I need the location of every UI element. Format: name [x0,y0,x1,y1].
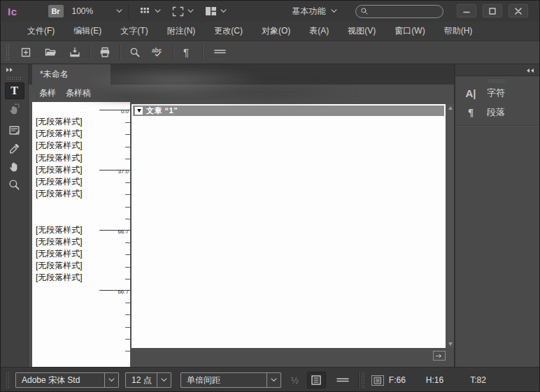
zoom-tool[interactable] [5,176,24,193]
statusbar-menu-icon [336,376,350,384]
scroll-down-icon[interactable] [448,342,453,346]
new-document-button[interactable] [19,45,33,59]
divider [202,45,203,60]
window-controls [457,4,528,17]
galley-style-row[interactable]: [无段落样式] [32,140,98,152]
galley-style-row[interactable]: [无段落样式] [32,272,98,284]
position-tool-icon [8,103,21,116]
print-button[interactable] [98,45,112,59]
menu-item[interactable]: 更改(C) [214,25,243,37]
open-button[interactable] [43,45,57,59]
tab-galley[interactable]: 条样 [39,87,56,99]
footnote-count: F:66 [389,375,406,385]
galley-style-row[interactable]: [无段落样式] [32,164,98,176]
panel-grip-handle[interactable] [488,79,506,82]
close-icon [515,8,522,15]
line-info-button[interactable] [371,375,384,386]
statusbar-grip-handle[interactable] [361,372,364,389]
arrange-documents-dropdown[interactable] [199,6,232,16]
menu-item[interactable]: 文字(T) [120,25,148,37]
menu-item[interactable]: 窗口(W) [395,25,425,37]
position-tool[interactable] [5,101,24,117]
font-family-dropdown[interactable]: Adobe 宋体 Std [15,372,119,388]
story-editor[interactable]: 文章 “1” [132,104,446,348]
eyedropper-icon [8,142,21,155]
chevron-down-icon [155,9,161,13]
hand-tool[interactable] [5,158,24,175]
galley-style-row[interactable]: [无段落样式] [32,248,98,260]
note-tool[interactable] [5,122,24,138]
menu-item[interactable]: 表(A) [309,25,329,37]
menu-item[interactable]: 文件(F) [27,25,55,37]
bridge-button[interactable]: Br [48,5,64,17]
save-button[interactable] [68,45,82,59]
collapse-panels-icon[interactable] [526,68,534,73]
toolbar-menu-button[interactable] [213,45,227,59]
hidden-characters-button[interactable]: ¶ [180,45,194,59]
panel-label: 字符 [487,87,505,99]
new-document-icon [20,46,32,59]
galley-style-row[interactable]: [无段落样式] [32,224,98,236]
expand-panel-icon[interactable] [6,67,14,73]
close-button[interactable] [509,4,528,17]
workspace-switcher-dropdown[interactable]: 基本功能 [292,6,337,17]
statusbar-menu-button[interactable] [336,376,350,384]
view-tabs: 条样 条样稿 [29,85,455,102]
galley-style-row[interactable]: [无段落样式] [32,236,98,248]
galley-style-row[interactable]: [无段落样式] [32,116,98,128]
chevron-down-icon [161,378,167,382]
panel-tab-character[interactable]: A| 字符 [455,83,539,103]
search-box[interactable] [355,5,443,18]
menu-item[interactable]: 附注(N) [167,25,196,37]
type-tool-icon: T [10,85,18,97]
menu-item[interactable]: 编辑(E) [73,25,101,37]
document-tabstrip: *未命名 [29,64,455,85]
save-icon [69,46,81,59]
menu-item[interactable]: 对象(O) [262,25,290,37]
leading-dropdown[interactable]: 单倍间距 [180,372,281,388]
frame-edges-dropdown[interactable] [166,6,199,17]
maximize-button[interactable] [483,4,502,17]
zoom-level-dropdown[interactable]: 100% [72,6,122,16]
scroll-up-icon[interactable] [448,106,453,110]
galley-style-row[interactable]: [无段落样式] [32,260,98,272]
statusbar-grip-handle[interactable] [6,372,9,389]
maximize-icon [489,8,496,15]
panel-dock-header [455,64,539,76]
tools-grip-handle[interactable] [7,76,22,80]
search-icon [360,7,369,15]
panel-tab-paragraph[interactable]: ¶ 段落 [455,103,539,122]
incopy-window: Ic Br 100% 基本功能 [0,0,540,392]
galley-style-row[interactable] [32,212,98,224]
story-collapse-button[interactable] [135,107,143,115]
leading-value: 单倍间距 [181,375,267,386]
fraction-button[interactable]: ½ [291,375,299,386]
galley-view-button[interactable] [307,372,326,389]
document-tab-label: *未命名 [40,68,69,80]
search-input[interactable] [371,7,434,15]
minimize-button[interactable] [457,4,476,17]
line-info-icon [374,377,382,384]
galley-style-row[interactable]: [无段落样式] [32,188,98,200]
menu-item[interactable]: 视图(V) [348,25,376,37]
document-tab[interactable]: *未命名 [32,64,111,85]
toolbar-grip-handle[interactable] [6,44,9,61]
type-tool[interactable]: T [5,82,24,99]
tab-galley-proof[interactable]: 条样稿 [66,87,91,99]
spellcheck-button[interactable]: abc [151,45,165,59]
eyedropper-tool[interactable] [5,140,24,157]
tools-panel: T [1,64,29,367]
galley-style-row[interactable]: [无段落样式] [32,128,98,140]
galley-style-row[interactable]: [无段落样式] [32,152,98,164]
font-size-dropdown[interactable]: 12 点 [125,372,171,388]
find-button[interactable] [128,45,142,59]
divider [128,4,129,18]
view-options-dropdown[interactable] [134,6,166,16]
chevron-down-icon [108,378,115,382]
story-header-bar[interactable]: 文章 “1” [133,106,444,116]
galley-style-row[interactable]: [无段落样式] [32,176,98,188]
svg-text:¶: ¶ [183,46,189,58]
galley-style-row[interactable] [32,200,98,212]
menu-item[interactable]: 帮助(H) [444,25,473,37]
story-jump-button[interactable] [433,351,446,361]
